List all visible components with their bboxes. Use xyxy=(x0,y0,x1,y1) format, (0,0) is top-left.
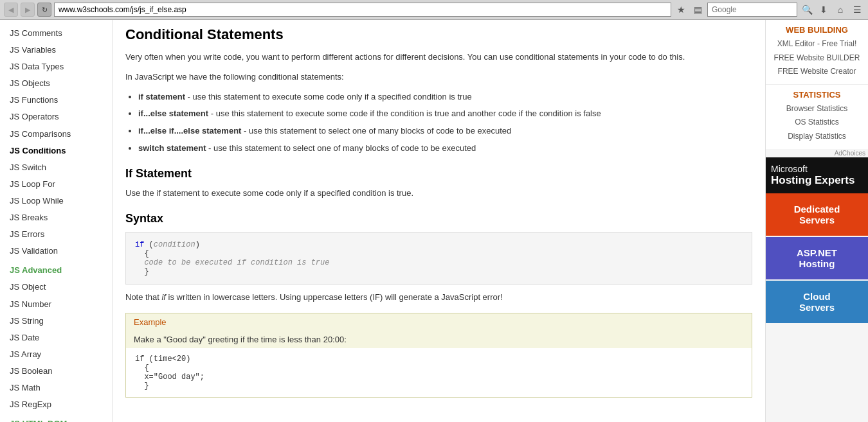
asp-hosting-ad[interactable]: ASP.NET Hosting xyxy=(766,237,868,279)
wb-links: XML Editor - Free Trial!FREE Website BUI… xyxy=(771,37,863,79)
ad-he-label: Hosting Experts xyxy=(771,174,863,187)
ad-ms-label: Microsoft xyxy=(771,164,863,174)
list-item: switch statement - use this statement to… xyxy=(138,142,752,155)
download-icon[interactable]: ⬇ xyxy=(817,3,831,17)
search-input[interactable] xyxy=(707,3,797,17)
main-content: Conditional Statements Very often when y… xyxy=(113,20,765,422)
sidebar-item-js-operators[interactable]: JS Operators xyxy=(0,109,112,125)
sidebar-item-js-conditions[interactable]: JS Conditions xyxy=(0,143,112,159)
sidebar-item-js-boolean[interactable]: JS Boolean xyxy=(0,363,112,380)
ad-top: Microsoft Hosting Experts xyxy=(766,157,868,193)
syntax-heading: Syntax xyxy=(125,212,752,225)
list-item: if...else statement - use this statement… xyxy=(138,107,752,121)
star-icon[interactable]: ★ xyxy=(674,3,688,17)
stats-section: STATISTICS Browser StatisticsOS Statisti… xyxy=(766,84,868,149)
example-code: if (time<20) { x="Good day"; } xyxy=(126,348,752,397)
sidebar-item-js-string[interactable]: JS String xyxy=(0,313,112,330)
example-desc: Make a "Good day" greeting if the time i… xyxy=(126,331,752,348)
sidebar-item-js-switch[interactable]: JS Switch xyxy=(0,159,112,176)
sidebar-item-js-errors[interactable]: JS Errors xyxy=(0,226,112,243)
sidebar-item-js-number[interactable]: JS Number xyxy=(0,296,112,313)
right-sidebar: WEB BUILDING XML Editor - Free Trial!FRE… xyxy=(765,20,868,422)
back-button[interactable]: ◀ xyxy=(4,3,18,17)
browser-toolbar: ◀ ▶ ↻ ★ ▤ 🔍 ⬇ ⌂ ☰ xyxy=(0,0,868,19)
bookmark-icon[interactable]: ▤ xyxy=(691,3,705,17)
sidebar-item-js-objects[interactable]: JS Objects xyxy=(0,75,112,92)
if-statement-desc: Use the if statement to execute some cod… xyxy=(125,187,752,200)
wb-link-free-website-creator[interactable]: FREE Website Creator xyxy=(771,65,863,79)
sidebar-item-js-data-types[interactable]: JS Data Types xyxy=(0,58,112,75)
browser-chrome: ◀ ▶ ↻ ★ ▤ 🔍 ⬇ ⌂ ☰ xyxy=(0,0,868,20)
wb-link-free-website-builder[interactable]: FREE Website BUILDER xyxy=(771,51,863,66)
example-box: Example Make a "Good day" greeting if th… xyxy=(125,313,752,398)
stats-link-display-statistics[interactable]: Display Statistics xyxy=(771,130,863,144)
sidebar-item-js-breaks[interactable]: JS Breaks xyxy=(0,209,112,226)
dedicated-servers-ad[interactable]: Dedicated Servers xyxy=(766,193,868,236)
dom-section-header: JS HTML DOM xyxy=(0,413,112,422)
dedicated-line2: Servers xyxy=(771,215,863,225)
advanced-section-header: JS Advanced xyxy=(0,259,112,279)
sidebar-item-js-regexp[interactable]: JS RegExp xyxy=(0,396,112,413)
stats-title: STATISTICS xyxy=(771,90,863,100)
left-sidebar: JS CommentsJS VariablesJS Data TypesJS O… xyxy=(0,20,113,422)
if-statement-heading: If Statement xyxy=(125,167,752,180)
address-bar[interactable] xyxy=(54,3,671,17)
sidebar-item-js-loop-for[interactable]: JS Loop For xyxy=(0,176,112,193)
list-item: if...else if....else statement - use thi… xyxy=(138,125,752,138)
web-building-title: WEB BUILDING xyxy=(771,25,863,35)
wb-link-xml-editor---free-trial![interactable]: XML Editor - Free Trial! xyxy=(771,37,863,51)
stats-link-browser-statistics[interactable]: Browser Statistics xyxy=(771,102,863,116)
ad-choices: AdChoices xyxy=(766,149,868,157)
note-text: Note that if is written in lowercase let… xyxy=(125,291,752,304)
example-header: Example xyxy=(126,313,752,331)
basic-nav: JS CommentsJS VariablesJS Data TypesJS O… xyxy=(0,25,112,259)
sidebar-item-js-loop-while[interactable]: JS Loop While xyxy=(0,193,112,209)
advanced-nav: JS ObjectJS NumberJS StringJS DateJS Arr… xyxy=(0,279,112,413)
cloud-servers-ad[interactable]: Cloud Servers xyxy=(766,281,868,323)
menu-icon[interactable]: ☰ xyxy=(850,3,864,17)
sidebar-item-js-math[interactable]: JS Math xyxy=(0,380,112,396)
forward-button[interactable]: ▶ xyxy=(21,3,35,17)
intro2-paragraph: In JavaScript we have the following cond… xyxy=(125,71,752,84)
asp-line2: Hosting xyxy=(771,258,863,269)
ad-banner: AdChoices Microsoft Hosting Experts Dedi… xyxy=(766,149,868,323)
sidebar-item-js-variables[interactable]: JS Variables xyxy=(0,42,112,58)
asp-line1: ASP.NET xyxy=(771,247,863,258)
sidebar-item-js-object[interactable]: JS Object xyxy=(0,279,112,295)
sidebar-item-js-date[interactable]: JS Date xyxy=(0,330,112,346)
dedicated-line1: Dedicated xyxy=(771,204,863,215)
cloud-line2: Servers xyxy=(771,302,863,313)
statements-list: if statement - use this statement to exe… xyxy=(138,91,752,155)
page-wrapper: JS CommentsJS VariablesJS Data TypesJS O… xyxy=(0,20,868,422)
list-item: if statement - use this statement to exe… xyxy=(138,91,752,104)
sidebar-item-js-validation[interactable]: JS Validation xyxy=(0,243,112,259)
reload-button[interactable]: ↻ xyxy=(37,3,51,17)
web-building-section: WEB BUILDING XML Editor - Free Trial!FRE… xyxy=(766,20,868,84)
home-icon[interactable]: ⌂ xyxy=(833,3,847,17)
stats-link-os-statistics[interactable]: OS Statistics xyxy=(771,116,863,130)
sidebar-item-js-comparisons[interactable]: JS Comparisons xyxy=(0,126,112,143)
sidebar-item-js-array[interactable]: JS Array xyxy=(0,346,112,363)
search-submit-icon[interactable]: 🔍 xyxy=(800,3,814,17)
note-after: is written in lowercase letters. Using u… xyxy=(166,292,503,302)
sidebar-item-js-comments[interactable]: JS Comments xyxy=(0,25,112,42)
cloud-line1: Cloud xyxy=(771,291,863,302)
syntax-code-box: if (condition) { code to be executed if … xyxy=(125,232,752,285)
intro-paragraph: Very often when you write code, you want… xyxy=(125,51,752,64)
sidebar-item-js-functions[interactable]: JS Functions xyxy=(0,92,112,109)
stats-links: Browser StatisticsOS StatisticsDisplay S… xyxy=(771,102,863,144)
page-title: Conditional Statements xyxy=(125,26,752,43)
